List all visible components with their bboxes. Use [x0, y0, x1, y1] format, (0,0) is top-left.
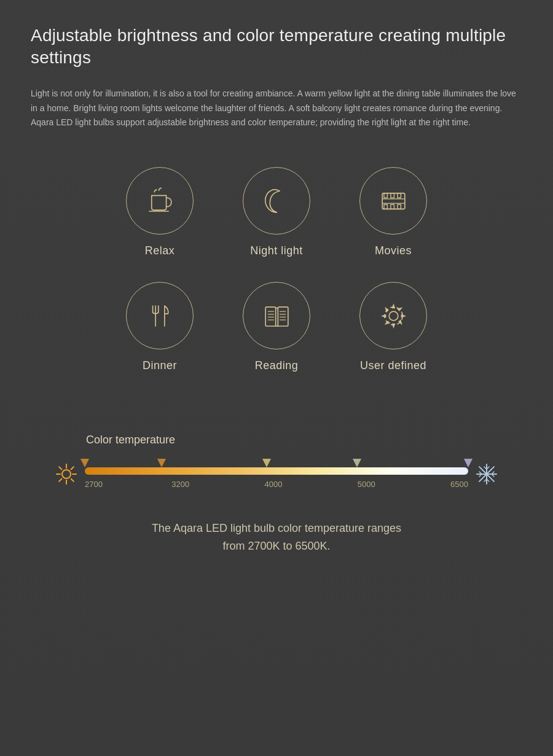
svg-point-23: [389, 311, 398, 321]
temp-label-4000: 4000: [265, 480, 283, 489]
temp-label-6500: 6500: [450, 480, 468, 489]
bottom-text: The Aqara LED light bulb color temperatu…: [31, 520, 522, 555]
relax-icon: [143, 184, 177, 218]
fork-knife-icon: [143, 299, 177, 333]
svg-line-32: [71, 467, 74, 469]
svg-marker-35: [157, 459, 166, 467]
mode-relax: Relax: [126, 167, 194, 257]
dinner-circle: [126, 282, 194, 349]
marker-3200: [157, 459, 166, 467]
marker-6500: [464, 459, 473, 467]
svg-marker-38: [464, 459, 473, 467]
dinner-label: Dinner: [143, 359, 177, 372]
book-icon: [260, 299, 294, 333]
svg-line-30: [59, 467, 61, 469]
temp-section-label: Color temperature: [86, 434, 498, 446]
temp-bar-container: 2700 3200 4000 5000 6500: [55, 459, 498, 489]
relax-label: Relax: [145, 244, 175, 257]
svg-rect-3: [397, 193, 401, 197]
svg-point-25: [62, 470, 71, 478]
marker-5000: [353, 459, 361, 467]
temp-label-3200: 3200: [171, 480, 189, 489]
temp-labels-row: 2700 3200 4000 5000 6500: [85, 480, 468, 489]
modes-row-2: Dinner: [126, 282, 427, 372]
temp-label-5000: 5000: [358, 480, 375, 489]
snowflake-icon: [476, 463, 498, 485]
svg-rect-2: [390, 193, 394, 197]
main-title: Adjustable brightness and color temperat…: [31, 25, 522, 69]
svg-marker-34: [80, 459, 89, 467]
relax-circle: [126, 167, 194, 235]
mode-dinner: Dinner: [126, 282, 194, 372]
svg-line-31: [71, 478, 74, 481]
mode-movies: Movies: [359, 167, 427, 257]
bottom-text-line1: The Aqara LED light bulb color temperatu…: [31, 520, 522, 537]
svg-rect-6: [397, 205, 401, 209]
sun-icon: [55, 463, 77, 485]
modes-section: Relax Night light: [31, 167, 522, 397]
reading-circle: [243, 282, 310, 349]
svg-rect-4: [383, 205, 387, 209]
temp-bar: [85, 467, 468, 475]
svg-rect-1: [383, 193, 387, 197]
reading-label: Reading: [255, 359, 299, 372]
night-light-circle: [243, 167, 310, 235]
movies-label: Movies: [375, 244, 412, 257]
gear-icon: [377, 299, 410, 333]
svg-rect-5: [390, 205, 394, 209]
svg-point-24: [384, 307, 402, 325]
description: Light is not only for illumination, it i…: [31, 87, 522, 130]
marker-4000: [262, 459, 271, 467]
mode-reading: Reading: [243, 282, 310, 372]
page-container: Adjustable brightness and color temperat…: [0, 0, 553, 756]
marker-2700: [80, 459, 89, 467]
svg-marker-36: [262, 459, 271, 467]
modes-row-1: Relax Night light: [126, 167, 427, 257]
film-icon: [377, 184, 410, 218]
bottom-text-line2: from 2700K to 6500K.: [31, 537, 522, 555]
night-light-label: Night light: [250, 244, 303, 257]
user-defined-label: User defined: [360, 359, 426, 372]
svg-rect-0: [382, 193, 405, 209]
svg-line-33: [59, 478, 61, 481]
temp-bar-wrapper: 2700 3200 4000 5000 6500: [85, 459, 468, 489]
mode-night-light: Night light: [243, 167, 310, 257]
color-temperature-section: Color temperature: [31, 434, 522, 489]
movies-circle: [359, 167, 427, 235]
user-defined-circle: [359, 282, 427, 349]
svg-marker-37: [353, 459, 361, 467]
temp-label-2700: 2700: [85, 480, 103, 489]
mode-user-defined: User defined: [359, 282, 427, 372]
moon-icon: [260, 184, 294, 218]
